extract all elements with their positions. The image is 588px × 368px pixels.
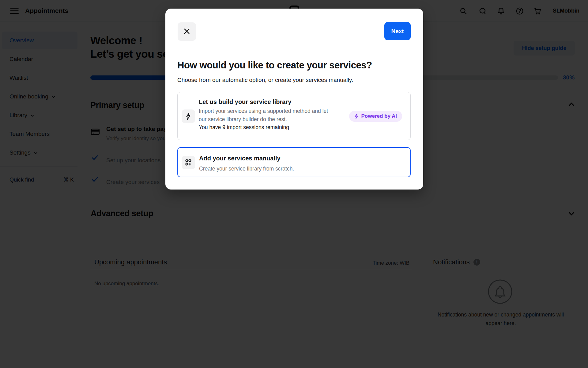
powered-by-ai-badge: Powered by AI xyxy=(349,111,402,122)
next-button[interactable]: Next xyxy=(384,22,411,40)
option-card-ai-build-library[interactable]: Let us build your service library Import… xyxy=(177,92,411,140)
badge-bolt-icon xyxy=(354,113,359,119)
option-ai-title: Let us build your service library xyxy=(199,98,291,105)
modal-subheading: Choose from our automatic option, or cre… xyxy=(177,77,413,83)
option-ai-body: Import your services using a supported m… xyxy=(199,107,328,124)
modal-heading: How would you like to create your servic… xyxy=(177,60,413,71)
option-manual-body: Create your service library from scratch… xyxy=(199,165,294,173)
close-button[interactable] xyxy=(178,22,196,41)
option-manual-title: Add your services manually xyxy=(199,155,281,162)
app-root: Appointments SLMobbin Overview Calendar xyxy=(0,0,588,368)
lightning-bolt-icon xyxy=(182,109,195,123)
close-x-icon xyxy=(183,28,190,36)
grid-plus-icon xyxy=(182,156,195,169)
create-services-modal: Next How would you like to create your s… xyxy=(165,9,423,190)
option-ai-sessions-remaining: You have 9 import sessions remaining xyxy=(199,124,289,131)
option-card-add-manually-selected[interactable]: Add your services manually Create your s… xyxy=(177,147,411,177)
